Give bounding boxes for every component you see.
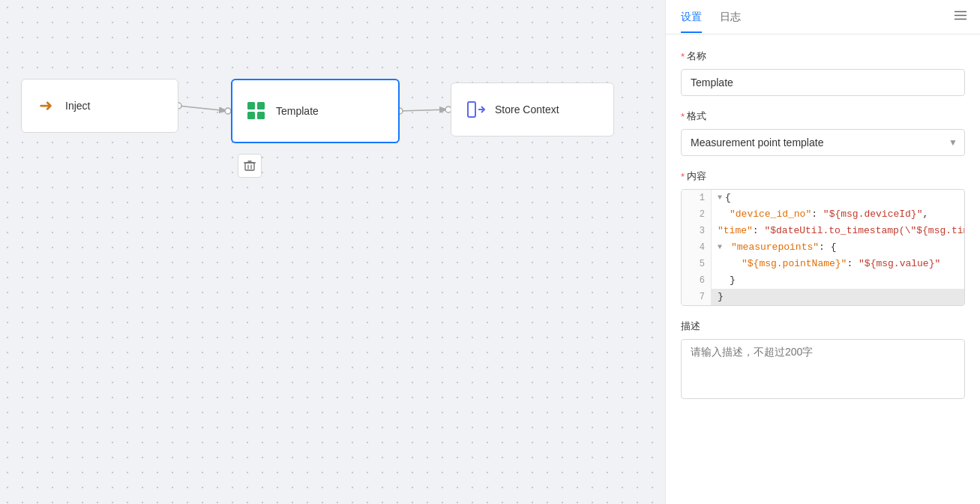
- description-field-group: 描述: [681, 320, 965, 402]
- connector-template-store: [400, 110, 448, 111]
- inject-icon: ➜: [34, 94, 58, 118]
- description-field-label: 描述: [681, 320, 965, 333]
- line-content-6: }: [712, 272, 742, 289]
- svg-rect-3: [247, 112, 255, 119]
- code-scroll-area[interactable]: 1 ▼ { 2 "device_id_no": "${msg.deviceId}…: [682, 190, 964, 305]
- store-context-icon: [463, 98, 487, 122]
- line-content-3: "time": "$dateUtil.to_timestamp(\"${msg.…: [712, 223, 964, 239]
- delete-node-button[interactable]: [238, 154, 262, 178]
- template-node-label: Template: [276, 105, 319, 117]
- content-required-mark: *: [681, 171, 685, 182]
- name-field-group: * 名称: [681, 50, 965, 96]
- svg-rect-1: [247, 102, 255, 110]
- template-node[interactable]: Template: [231, 79, 400, 143]
- content-field-group: * 内容 1 ▼ { 2: [681, 170, 965, 306]
- tab-log[interactable]: 日志: [720, 2, 741, 33]
- format-required-mark: *: [681, 111, 685, 122]
- format-select[interactable]: Measurement point template Custom JSON T…: [681, 129, 965, 156]
- svg-rect-2: [257, 102, 265, 110]
- name-input[interactable]: [681, 69, 965, 96]
- inject-label: Inject: [65, 100, 90, 112]
- port-template-in[interactable]: [225, 108, 231, 114]
- svg-rect-5: [468, 102, 475, 117]
- format-label-text: 格式: [687, 110, 706, 123]
- code-editor[interactable]: 1 ▼ { 2 "device_id_no": "${msg.deviceId}…: [681, 189, 965, 306]
- svg-rect-4: [257, 112, 265, 119]
- format-field-label: * 格式: [681, 110, 965, 123]
- line-num-7: 7: [682, 289, 712, 305]
- panel-header: 设置 日志: [666, 0, 980, 34]
- line-num-2: 2: [682, 206, 712, 223]
- content-label-text: 内容: [687, 170, 706, 183]
- code-line-2: 2 "device_id_no": "${msg.deviceId}",: [682, 206, 964, 223]
- code-line-7: 7 }: [682, 289, 964, 305]
- line-num-1: 1: [682, 190, 712, 206]
- line-num-3: 3: [682, 223, 712, 239]
- format-select-wrapper: Measurement point template Custom JSON T…: [681, 129, 965, 156]
- store-context-node[interactable]: Store Context: [451, 82, 614, 136]
- code-line-3: 3 "time": "$dateUtil.to_timestamp(\"${ms…: [682, 223, 964, 239]
- line-content-2: "device_id_no": "${msg.deviceId}",: [712, 206, 934, 223]
- fold-icon-4[interactable]: ▼: [718, 239, 722, 256]
- description-textarea[interactable]: [681, 339, 965, 399]
- line-content-1: ▼ {: [712, 190, 737, 206]
- format-field-group: * 格式 Measurement point template Custom J…: [681, 110, 965, 156]
- line-num-4: 4: [682, 239, 712, 256]
- name-field-label: * 名称: [681, 50, 965, 63]
- code-line-6: 6 }: [682, 272, 964, 289]
- inject-node[interactable]: ➜ Inject: [21, 79, 178, 133]
- connector-inject-template: [178, 106, 228, 111]
- panel-menu-icon[interactable]: [953, 8, 968, 26]
- line-content-7: }: [712, 289, 730, 305]
- fold-icon-1[interactable]: ▼: [718, 190, 722, 206]
- name-label-text: 名称: [687, 50, 706, 63]
- line-num-6: 6: [682, 272, 712, 289]
- line-content-5: "${msg.pointName}": "${msg.value}": [712, 256, 946, 272]
- flow-canvas[interactable]: ➜ Inject Template Store Context: [0, 0, 665, 504]
- content-field-label: * 内容: [681, 170, 965, 183]
- description-label-text: 描述: [681, 320, 700, 333]
- panel-body: * 名称 * 格式 Measurement point template Cus…: [666, 34, 980, 504]
- connectors-svg: [0, 0, 665, 504]
- line-content-4: ▼ "measurepoints": {: [712, 239, 842, 256]
- right-panel: 设置 日志 * 名称 * 格式: [665, 0, 980, 504]
- store-context-label: Store Context: [495, 104, 559, 116]
- line-num-5: 5: [682, 256, 712, 272]
- code-line-1: 1 ▼ {: [682, 190, 964, 206]
- code-line-4: 4 ▼ "measurepoints": {: [682, 239, 964, 256]
- tab-settings[interactable]: 设置: [681, 2, 702, 33]
- name-required-mark: *: [681, 51, 685, 62]
- code-line-5: 5 "${msg.pointName}": "${msg.value}": [682, 256, 964, 272]
- svg-rect-7: [245, 163, 254, 170]
- template-icon: [244, 99, 268, 123]
